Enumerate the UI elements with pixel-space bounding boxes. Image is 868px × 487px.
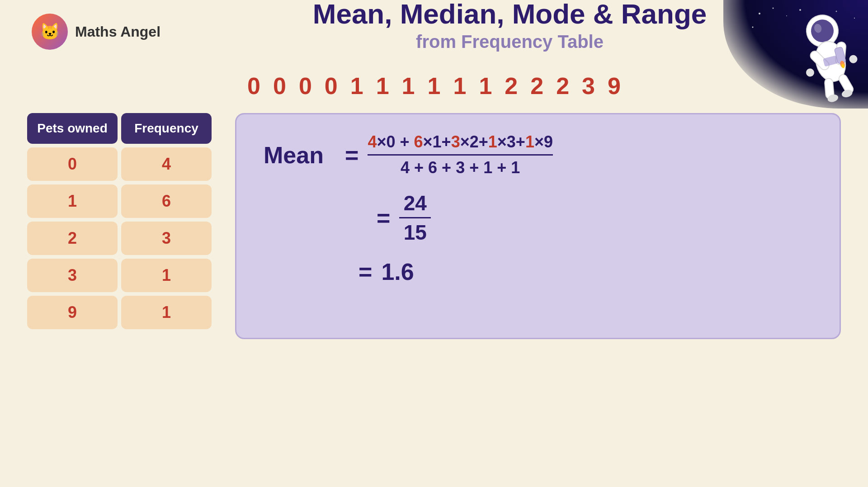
equals-1: = <box>345 142 359 169</box>
content-area: Pets owned Frequency 0 4 1 6 2 3 3 1 9 1… <box>0 113 868 339</box>
pets-cell-0: 0 <box>27 147 118 181</box>
mean-equation-line: Mean = 4×0 + 6×1+3×2+1×3+1×9 4 + 6 + 3 +… <box>264 132 812 177</box>
svg-point-2 <box>786 15 787 16</box>
result-value: 1.6 <box>381 258 414 285</box>
seq-8: 1 <box>453 72 466 99</box>
calculation-box: Mean = 4×0 + 6×1+3×2+1×3+1×9 4 + 6 + 3 +… <box>235 113 841 339</box>
seq-10: 2 <box>505 72 518 99</box>
title-and: & <box>593 0 621 29</box>
freq-cell-3: 1 <box>121 259 212 292</box>
num-24: 24 <box>404 191 427 215</box>
fraction-line <box>368 154 553 156</box>
pets-cell-9: 9 <box>27 296 118 329</box>
mean-label: Mean <box>264 142 336 169</box>
seq-4: 1 <box>350 72 363 99</box>
brand-header: 🐱 Maths Angel <box>14 5 179 59</box>
logo: 🐱 <box>32 14 68 50</box>
table-row: 0 4 <box>27 147 217 181</box>
svg-point-6 <box>854 18 855 19</box>
title-main-text: Mean, Median, Mode <box>313 0 593 29</box>
seq-1: 0 <box>273 72 286 99</box>
svg-point-16 <box>805 67 815 77</box>
main-fraction: 4×0 + 6×1+3×2+1×3+1×9 4 + 6 + 3 + 1 + 1 <box>368 132 553 177</box>
seq-11: 2 <box>530 72 543 99</box>
step3-line: = 1.6 <box>359 258 812 285</box>
svg-point-5 <box>836 11 837 12</box>
freq-cell-1: 6 <box>121 184 212 218</box>
pets-cell-1: 1 <box>27 184 118 218</box>
svg-point-1 <box>773 8 774 9</box>
svg-point-3 <box>752 27 754 28</box>
svg-point-0 <box>759 13 760 14</box>
pets-cell-3: 3 <box>27 259 118 292</box>
astronaut-decoration <box>746 5 863 106</box>
seq-0: 0 <box>247 72 260 99</box>
fraction-denominator: 4 + 6 + 3 + 1 + 1 <box>401 158 520 177</box>
svg-point-4 <box>799 9 801 11</box>
seq-7: 1 <box>428 72 441 99</box>
col1-header: Pets owned <box>27 113 118 144</box>
svg-point-17 <box>848 54 858 64</box>
seq-12: 2 <box>556 72 569 99</box>
fraction-24-15: 24 15 <box>399 191 431 245</box>
seq-2: 0 <box>299 72 312 99</box>
equals-3: = <box>359 258 372 285</box>
brand-name: Maths Angel <box>75 24 160 40</box>
seq-5: 1 <box>376 72 389 99</box>
table-row: 3 1 <box>27 259 217 292</box>
step2-line: = 24 15 <box>377 191 812 245</box>
freq-cell-9: 1 <box>121 296 212 329</box>
fraction-numerator: 4×0 + 6×1+3×2+1×3+1×9 <box>368 132 553 151</box>
seq-13: 3 <box>582 72 595 99</box>
seq-14: 9 <box>608 72 621 99</box>
seq-3: 0 <box>325 72 338 99</box>
seq-6: 1 <box>402 72 415 99</box>
table-header-row: Pets owned Frequency <box>27 113 217 144</box>
number-sequence: 0 0 0 0 1 1 1 1 1 1 2 2 2 3 9 <box>0 72 868 99</box>
table-row: 9 1 <box>27 296 217 329</box>
equals-2: = <box>377 204 390 232</box>
pets-cell-2: 2 <box>27 222 118 255</box>
title-range: Range <box>621 0 707 29</box>
col2-header: Frequency <box>121 113 212 144</box>
den-15: 15 <box>404 220 427 245</box>
table-row: 2 3 <box>27 222 217 255</box>
frac-line-2 <box>399 217 431 218</box>
freq-cell-2: 3 <box>121 222 212 255</box>
seq-9: 1 <box>479 72 492 99</box>
table-row: 1 6 <box>27 184 217 218</box>
freq-cell-0: 4 <box>121 147 212 181</box>
frequency-table: Pets owned Frequency 0 4 1 6 2 3 3 1 9 1 <box>27 113 217 329</box>
